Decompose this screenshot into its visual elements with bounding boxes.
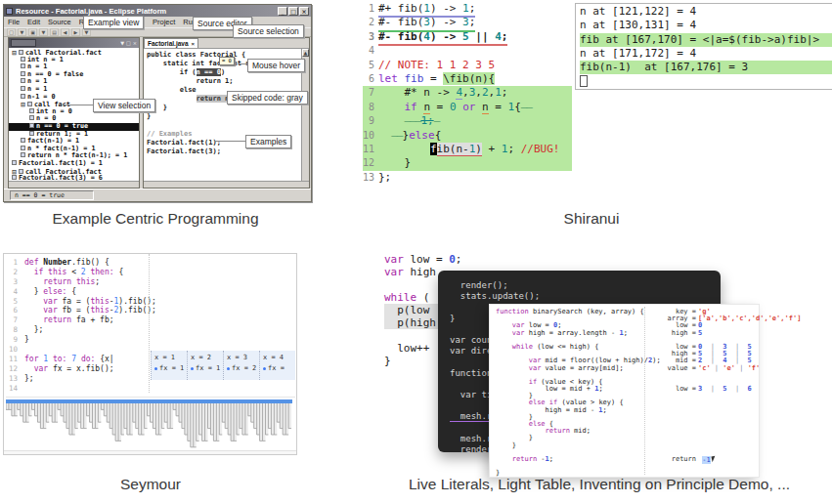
window-button[interactable]: □ <box>288 7 298 16</box>
window-button[interactable]: × <box>299 7 309 16</box>
line-number: 13 <box>4 374 18 384</box>
line-number: 3 <box>363 30 374 44</box>
code-line[interactable]: } <box>147 104 301 112</box>
line-number: 3 <box>4 277 18 287</box>
code-line[interactable]: 8 if n = 0 or n = 1{—— <box>363 101 572 114</box>
probe-column[interactable]: x = 1fx = 1 <box>151 351 187 380</box>
code-line[interactable]: 2#- fib(3) -> 3; <box>363 16 572 29</box>
code-line[interactable]: 4 <box>363 44 572 58</box>
call-tree-visualization[interactable] <box>6 403 292 452</box>
menu-item[interactable]: Edit <box>27 18 40 26</box>
code-line[interactable]: function binarySearch (key, array) { <box>496 309 661 315</box>
code-line[interactable]: n at [130,131] = 4 <box>580 19 832 32</box>
code-line[interactable]: 12 } <box>363 156 572 170</box>
editor-tab[interactable]: Factorial.java × <box>144 38 198 48</box>
code-line[interactable] <box>580 74 832 88</box>
menu-item[interactable]: File <box>8 18 20 26</box>
view-tab[interactable] <box>11 39 36 47</box>
title-bar[interactable]: Resource - Factorial.java - Eclipse Plat… <box>4 5 311 17</box>
toolbar-icon[interactable]: ▣ <box>28 28 37 36</box>
code-line[interactable]: 2 if this < 2 then: { <box>4 268 156 277</box>
trace-visualization-area[interactable] <box>6 397 295 452</box>
toolbar-icon[interactable]: ▼ <box>82 28 91 36</box>
toolbar-icon[interactable]: ▼ <box>18 28 26 36</box>
view-toolbar-icon[interactable]: × <box>133 40 137 46</box>
code-line[interactable]: 5 var fa = (this-1).fib(); <box>4 297 156 307</box>
code-line[interactable]: var value = array[mid]; <box>496 365 661 372</box>
code-line[interactable]: Factorial.fact(3); <box>147 147 301 156</box>
probe-column[interactable]: x = 3fx = 2 <box>223 351 259 380</box>
code-line[interactable]: 8 }; <box>4 325 156 335</box>
close-icon[interactable]: × <box>192 41 196 47</box>
code-line[interactable]: fib(n-1) at [167,176] = 3 <box>580 61 832 74</box>
code-line[interactable]: var high = array.length - 1; <box>496 330 661 337</box>
app-icon <box>6 8 13 15</box>
code-line[interactable]: 6let fib = \fib(n){ <box>363 72 572 86</box>
code-line[interactable]: } <box>496 470 661 477</box>
execution-tree[interactable]: ⊟call Factorial.factint n = 1n = 1n == 0… <box>9 49 139 181</box>
code-line[interactable]: while (low <= high) { <box>496 344 661 351</box>
code-line[interactable]: n at [121,122] = 4 <box>580 5 832 19</box>
code-line[interactable]: 14 <box>4 384 156 394</box>
code-line[interactable]: 1#+ fib(1) -> 1; <box>363 2 572 16</box>
menu-item[interactable]: Source <box>48 18 71 26</box>
code-line[interactable]: 5// NOTE: 1 1 2 3 5 <box>363 59 572 72</box>
callout-examples: Examples <box>245 135 291 148</box>
code-line[interactable]: 13}; <box>363 171 572 185</box>
code-line[interactable]: 11 fib(n-1) + 1; //BUG! <box>363 143 572 156</box>
code-line[interactable]: 3#- fib(4) -> 5 || 4; <box>363 30 572 44</box>
code-line[interactable]: 12 var fx = x.fib(); <box>4 364 156 374</box>
code-line[interactable]: 13}; <box>4 374 156 384</box>
code-line[interactable]: 7 return fa + fb; <box>4 315 156 325</box>
shiranui-value-pane[interactable]: n at [121,122] = 4n at [130,131] = 4fib … <box>575 3 832 90</box>
step-icon <box>29 123 34 128</box>
probe-column[interactable]: x = 2fx = 1 <box>187 351 223 380</box>
seymour-code-area[interactable]: 1def Number.fib() {2 if this < 2 then: {… <box>4 258 156 393</box>
scroll-up-icon[interactable]: ▲ <box>302 49 309 57</box>
code-line[interactable]: 10 ——}else{ <box>363 129 572 143</box>
toolbar-icon[interactable]: ▶ <box>71 28 80 36</box>
code-line[interactable]: 6 var fb = (this-2).fib(); <box>4 306 156 315</box>
code-line[interactable]: 3 return this; <box>4 277 156 287</box>
code-line[interactable]: 11for 1 to: 7 do: {x| <box>4 355 156 364</box>
view-toolbar-icon[interactable]: □ <box>126 40 131 46</box>
binary-search-code[interactable]: function binarySearch (key, array) { var… <box>496 309 661 478</box>
tree-item[interactable]: Factorial.fact(1) = 1 <box>9 160 139 168</box>
expand-icon[interactable]: ⊟ <box>21 101 27 108</box>
view-header[interactable]: ▼□× <box>9 38 139 48</box>
code-line[interactable] <box>496 463 661 470</box>
code-line[interactable]: } <box>147 112 301 121</box>
window-button[interactable]: _ <box>278 7 287 16</box>
code-line[interactable]: 9} <box>4 335 156 345</box>
code-line[interactable]: return -1; <box>496 456 661 463</box>
toolbar-icon[interactable]: ▼ <box>39 28 48 36</box>
code-line[interactable]: } <box>496 435 661 441</box>
code-line[interactable]: stats.update(); <box>450 291 721 302</box>
toolbar-icon[interactable]: ◀ <box>61 28 69 36</box>
code-line[interactable]: n at [171,172] = 4 <box>580 47 832 61</box>
code-line[interactable] <box>147 121 301 130</box>
code-line[interactable]: var low = 0; <box>384 253 619 266</box>
toolbar-icon[interactable]: ▤ <box>50 28 59 36</box>
code-line[interactable]: 10 <box>4 345 156 355</box>
toolbar-icon[interactable]: □ <box>7 28 16 36</box>
code-line[interactable]: 9 ———1;— <box>363 114 572 128</box>
horizontal-scrollbar[interactable] <box>144 181 309 188</box>
step-icon <box>29 108 34 113</box>
code-line[interactable]: } <box>496 442 661 449</box>
code-line[interactable]: 7 #* n -> 4,3,2,1; <box>363 86 572 100</box>
code-line[interactable]: 1def Number.fib() { <box>4 258 156 268</box>
shiranui-editor[interactable]: 1#+ fib(1) -> 1;2#- fib(3) -> 3;3#- fib(… <box>363 2 572 188</box>
code-line[interactable]: 4 } else: { <box>4 287 156 297</box>
code-line[interactable]: render(); <box>450 280 721 291</box>
horizontal-scrollbar[interactable] <box>9 181 139 188</box>
menu-item[interactable]: Project <box>153 18 175 26</box>
line-number: 4 <box>363 44 374 58</box>
step-icon <box>12 175 17 180</box>
expand-icon[interactable]: ⊟ <box>12 49 19 57</box>
expand-icon[interactable]: ⊟ <box>12 168 19 176</box>
probe-column[interactable]: x = 4fx = <box>259 351 295 380</box>
code-line[interactable]: return 1; <box>147 77 301 86</box>
view-toolbar-icon[interactable]: ▼ <box>120 40 124 46</box>
code-line[interactable]: fib at [167,170] = <|a=$(fib->a)fib|> <box>580 33 832 47</box>
